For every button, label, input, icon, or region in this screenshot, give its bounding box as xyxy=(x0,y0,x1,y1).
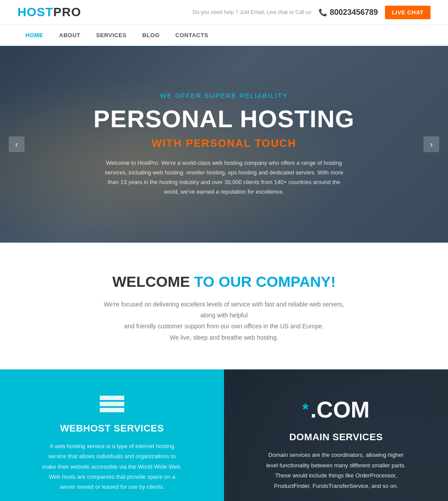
hero-subtitle: WE OFFER SUPERB RELIABILITY xyxy=(94,92,355,99)
webhost-title-light: SERVICES xyxy=(111,423,164,434)
webhost-title: WEBHOST SERVICES xyxy=(60,423,164,434)
nav-item-blog[interactable]: BLOG xyxy=(134,25,168,45)
phone-number: 80023456789 xyxy=(330,8,378,17)
domain-com-text: .COM xyxy=(310,397,370,423)
hero-description: Welcome to HostPro. We're a world-class … xyxy=(102,158,346,197)
nav-link-blog[interactable]: BLOG xyxy=(134,25,168,45)
phone-icon: 📞 xyxy=(318,8,327,17)
welcome-desc-line3: We live, sleep and breathe web hosting. xyxy=(170,334,278,341)
welcome-desc-line2: and friendly customer support from our o… xyxy=(124,323,324,330)
welcome-section: WELCOME TO OUR COMPANY! We're focused on… xyxy=(0,243,448,369)
welcome-title: WELCOME TO OUR COMPANY! xyxy=(18,273,430,290)
domain-panel: *.COM DOMAIN SERVICES Domain services ar… xyxy=(224,369,448,501)
logo[interactable]: HOSTPRO xyxy=(18,5,81,19)
nav-item-services[interactable]: SERVICES xyxy=(88,25,135,45)
hero-content: WE OFFER SUPERB RELIABILITY PERSONAL HOS… xyxy=(85,92,364,197)
nav-link-contacts[interactable]: CONTACTS xyxy=(168,25,216,45)
welcome-description: We're focused on delivering excellent le… xyxy=(102,299,346,343)
domain-asterisk: * xyxy=(302,400,308,419)
hero-slider: ‹ WE OFFER SUPERB RELIABILITY PERSONAL H… xyxy=(0,46,448,243)
nav-item-home[interactable]: HOME xyxy=(18,25,51,45)
server-icon xyxy=(100,396,124,412)
welcome-title-normal: WELCOME xyxy=(112,273,190,290)
hero-tagline: WITH PERSONAL TOUCH xyxy=(94,137,355,150)
nav-item-about[interactable]: ABOUT xyxy=(51,25,88,45)
domain-icon: *.COM xyxy=(302,397,370,423)
hero-title: PERSONAL HOSTING xyxy=(94,104,355,133)
site-header: HOSTPRO Do you need help ? Just Email, L… xyxy=(0,0,448,25)
live-chat-button[interactable]: LIVE CHAT xyxy=(385,6,430,19)
webhost-title-bold: WEBHOST xyxy=(60,423,111,434)
logo-pro: PRO xyxy=(53,5,81,19)
slider-prev-button[interactable]: ‹ xyxy=(9,136,24,152)
welcome-desc-line1: We're focused on delivering excellent le… xyxy=(104,301,344,319)
nav-item-contacts[interactable]: CONTACTS xyxy=(168,25,216,45)
header-help-text: Do you need help ? Just Email, Live chat… xyxy=(192,9,311,15)
domain-title: DOMAIN SERVICES xyxy=(289,431,383,443)
server-row-1 xyxy=(100,396,124,400)
slider-next-button[interactable]: › xyxy=(424,136,439,152)
server-row-3 xyxy=(100,408,124,412)
server-row-2 xyxy=(100,402,124,406)
webhost-description: A web hosting service is a type of inter… xyxy=(42,441,182,492)
main-nav: HOME ABOUT SERVICES BLOG CONTACTS xyxy=(0,25,448,46)
webhost-icon xyxy=(100,396,124,412)
nav-link-home[interactable]: HOME xyxy=(18,25,51,45)
welcome-title-highlight: TO OUR COMPANY! xyxy=(194,273,336,290)
nav-link-about[interactable]: ABOUT xyxy=(51,25,88,45)
nav-link-services[interactable]: SERVICES xyxy=(88,25,135,45)
domain-description: Domain services are the coordinators, al… xyxy=(266,450,406,491)
logo-host: HOST xyxy=(18,5,53,19)
webhost-panel: WEBHOST SERVICES A web hosting service i… xyxy=(0,369,224,501)
domain-title-light: SERVICES xyxy=(329,431,382,442)
domain-title-bold: DOMAIN xyxy=(289,431,329,442)
header-phone: 📞 80023456789 xyxy=(318,8,378,17)
header-contact-area: Do you need help ? Just Email, Live chat… xyxy=(192,6,430,19)
services-row: WEBHOST SERVICES A web hosting service i… xyxy=(0,369,448,501)
